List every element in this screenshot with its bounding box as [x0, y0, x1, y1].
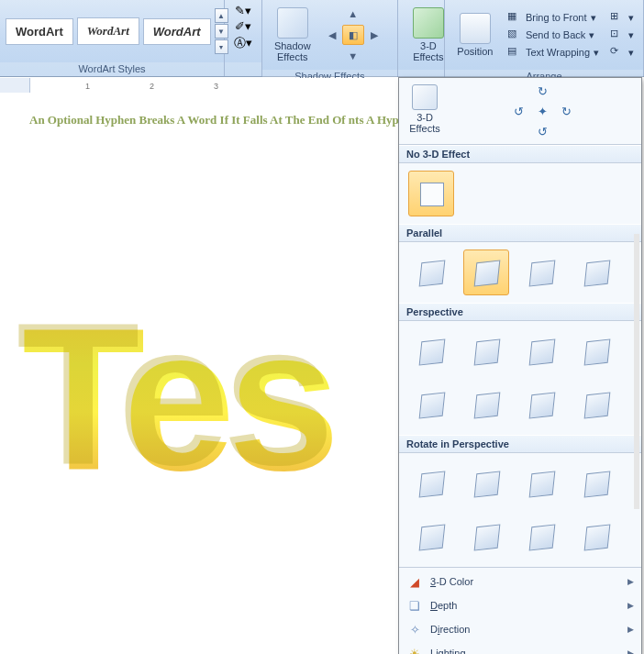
opt-parallel-3[interactable]	[518, 249, 564, 295]
rotate-btn[interactable]: ⟳▾	[606, 44, 638, 61]
tilt-grid: ↻ ↺ ✦ ↻ ↺	[447, 82, 638, 140]
cube-icon	[412, 84, 438, 110]
3d-effects-dropdown: 3-D Effects ↻ ↺ ✦ ↻ ↺ No 3-D Effect Para…	[398, 77, 642, 654]
opt-rot-7[interactable]	[518, 514, 564, 560]
wordart-style-1[interactable]: WordArt	[6, 18, 73, 45]
opt-rot-3[interactable]	[518, 460, 564, 506]
wordart-style-3[interactable]: WordArt	[143, 18, 211, 45]
group-text-effects: ✎▾ ✐▾ Ⓐ▾	[225, 0, 262, 76]
wordart-object[interactable]: Tes	[22, 284, 333, 516]
shadow-nudge-grid: ▲ ◀ ◧ ▶ ▼	[321, 4, 383, 66]
tilt-left[interactable]: ↺	[507, 102, 529, 120]
tilt-right[interactable]: ↻	[555, 102, 577, 120]
opt-persp-3[interactable]	[518, 328, 564, 374]
ribbon: WordArt WordArt WordArt ▲ ▼ ▾ WordArt St…	[0, 0, 644, 77]
opt-persp-2[interactable]	[463, 328, 509, 374]
opt-persp-8[interactable]	[573, 382, 619, 427]
3d-effects-dd-button[interactable]: 3-D Effects	[403, 82, 447, 140]
opt-rot-8[interactable]	[573, 514, 619, 560]
wordart-style-2[interactable]: WordArt	[77, 17, 139, 45]
shape-outline-btn[interactable]: ✐▾	[235, 19, 251, 33]
opt-persp-1[interactable]	[408, 328, 454, 374]
opt-persp-5[interactable]	[408, 382, 454, 427]
group-label: WordArt Styles	[0, 62, 224, 76]
mi-3d-color[interactable]: ◢3-D 3-D ColorColor▶	[401, 570, 639, 593]
text-wrapping[interactable]: ▤Text Wrapping ▾	[504, 44, 603, 61]
opt-no-3d[interactable]	[408, 171, 454, 216]
group-wordart-styles: WordArt WordArt WordArt ▲ ▼ ▾ WordArt St…	[0, 0, 225, 76]
group-3d-effects: 3-D Effects	[398, 0, 445, 76]
opt-parallel-4[interactable]	[573, 249, 619, 295]
opt-rot-4[interactable]	[573, 460, 619, 506]
nudge-up[interactable]: ▲	[342, 4, 364, 24]
opt-rot-6[interactable]	[463, 514, 509, 560]
group-btn[interactable]: ⊡▾	[606, 27, 638, 43]
nudge-right[interactable]: ▶	[363, 25, 385, 45]
tilt-down[interactable]: ↺	[531, 122, 553, 140]
nudge-down[interactable]: ▼	[342, 46, 364, 66]
mi-lighting[interactable]: ☀Lighting▶	[401, 641, 639, 654]
opt-rot-2[interactable]	[463, 460, 509, 506]
bring-to-front[interactable]: ▦Bring to Front ▾	[504, 9, 603, 26]
section-perspective: Perspective	[399, 303, 641, 321]
dropdown-scrollbar[interactable]	[634, 234, 639, 509]
opt-persp-7[interactable]	[518, 382, 564, 427]
change-shape-btn[interactable]: Ⓐ▾	[234, 35, 252, 51]
shape-fill-btn[interactable]: ✎▾	[235, 4, 251, 17]
tilt-center[interactable]: ✦	[531, 102, 553, 120]
tilt-up[interactable]: ↻	[531, 82, 553, 100]
opt-persp-4[interactable]	[573, 328, 619, 374]
opt-parallel-2[interactable]	[463, 249, 509, 295]
align-btn[interactable]: ⊞▾	[606, 9, 638, 26]
group-arrange: Position ▦Bring to Front ▾ ▧Send to Back…	[445, 0, 644, 76]
section-parallel: Parallel	[399, 224, 641, 242]
position-button[interactable]: Position	[450, 2, 500, 68]
section-no-3d: No 3-D Effect	[399, 145, 641, 163]
opt-parallel-1[interactable]	[408, 249, 454, 295]
group-shadow-effects: Shadow Effects ▲ ◀ ◧ ▶ ▼ Shadow Effects	[262, 0, 398, 76]
opt-rot-5[interactable]	[408, 514, 454, 560]
section-rotate: Rotate in Perspective	[399, 435, 641, 453]
nudge-toggle[interactable]: ◧	[342, 25, 364, 45]
dd-submenu: ◢3-D 3-D ColorColor▶ ❏Depth▶ ✧Direction▶…	[399, 567, 641, 654]
shadow-effects-button[interactable]: Shadow Effects	[268, 2, 317, 68]
opt-persp-6[interactable]	[463, 382, 509, 427]
nudge-left[interactable]: ◀	[321, 25, 343, 45]
mi-direction[interactable]: ✧Direction▶	[401, 617, 639, 641]
opt-rot-1[interactable]	[408, 460, 454, 506]
mi-depth[interactable]: ❏Depth▶	[401, 593, 639, 617]
send-to-back[interactable]: ▧Send to Back ▾	[504, 27, 603, 43]
